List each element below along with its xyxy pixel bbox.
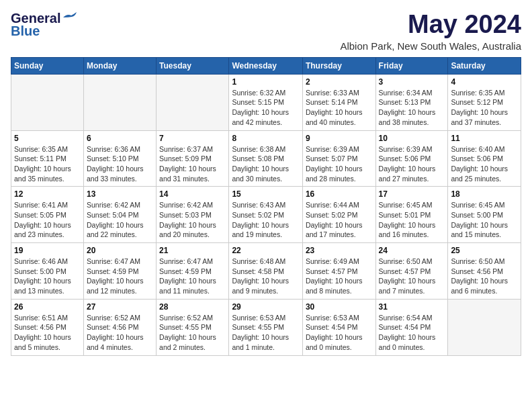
day-number: 17 xyxy=(379,189,445,199)
day-cell: 31Sunrise: 6:54 AM Sunset: 4:54 PM Dayli… xyxy=(375,299,448,355)
day-info: Sunrise: 6:45 AM Sunset: 5:00 PM Dayligh… xyxy=(451,200,518,240)
col-header-monday: Monday xyxy=(83,57,156,74)
page-header: General Blue May 2024 Albion Park, New S… xyxy=(11,11,521,52)
day-info: Sunrise: 6:39 AM Sunset: 5:06 PM Dayligh… xyxy=(379,144,445,184)
day-cell: 19Sunrise: 6:46 AM Sunset: 5:00 PM Dayli… xyxy=(11,243,84,300)
day-cell xyxy=(83,74,156,130)
day-number: 20 xyxy=(87,246,153,255)
day-cell: 25Sunrise: 6:50 AM Sunset: 4:56 PM Dayli… xyxy=(448,243,521,300)
day-cell: 28Sunrise: 6:52 AM Sunset: 4:55 PM Dayli… xyxy=(157,299,229,355)
week-row-1: 1Sunrise: 6:32 AM Sunset: 5:15 PM Daylig… xyxy=(11,74,521,130)
day-number: 10 xyxy=(379,134,445,143)
col-header-saturday: Saturday xyxy=(448,57,521,74)
day-number: 5 xyxy=(14,134,81,143)
day-cell: 8Sunrise: 6:38 AM Sunset: 5:08 PM Daylig… xyxy=(229,130,303,187)
logo-bird-icon xyxy=(62,12,77,23)
day-cell: 5Sunrise: 6:35 AM Sunset: 5:11 PM Daylig… xyxy=(11,130,84,187)
calendar-table: SundayMondayTuesdayWednesdayThursdayFrid… xyxy=(11,57,521,356)
week-row-4: 19Sunrise: 6:46 AM Sunset: 5:00 PM Dayli… xyxy=(11,243,521,300)
day-number: 12 xyxy=(14,189,81,199)
day-info: Sunrise: 6:46 AM Sunset: 5:00 PM Dayligh… xyxy=(14,257,81,296)
day-number: 29 xyxy=(232,302,300,312)
day-info: Sunrise: 6:43 AM Sunset: 5:02 PM Dayligh… xyxy=(232,200,300,240)
week-row-2: 5Sunrise: 6:35 AM Sunset: 5:11 PM Daylig… xyxy=(11,130,521,187)
day-cell: 1Sunrise: 6:32 AM Sunset: 5:15 PM Daylig… xyxy=(229,74,303,130)
day-number: 30 xyxy=(306,302,373,312)
day-info: Sunrise: 6:51 AM Sunset: 4:56 PM Dayligh… xyxy=(14,313,81,353)
day-info: Sunrise: 6:37 AM Sunset: 5:09 PM Dayligh… xyxy=(159,144,226,184)
day-info: Sunrise: 6:53 AM Sunset: 4:54 PM Dayligh… xyxy=(306,313,373,353)
header-row: SundayMondayTuesdayWednesdayThursdayFrid… xyxy=(11,57,521,74)
day-number: 22 xyxy=(232,246,300,255)
day-cell: 20Sunrise: 6:47 AM Sunset: 4:59 PM Dayli… xyxy=(83,243,156,300)
logo: General Blue xyxy=(11,11,77,39)
day-info: Sunrise: 6:47 AM Sunset: 4:59 PM Dayligh… xyxy=(159,257,226,296)
day-info: Sunrise: 6:41 AM Sunset: 5:05 PM Dayligh… xyxy=(14,200,81,240)
day-cell: 30Sunrise: 6:53 AM Sunset: 4:54 PM Dayli… xyxy=(302,299,375,355)
day-info: Sunrise: 6:36 AM Sunset: 5:10 PM Dayligh… xyxy=(87,144,153,184)
col-header-wednesday: Wednesday xyxy=(229,57,303,74)
week-row-3: 12Sunrise: 6:41 AM Sunset: 5:05 PM Dayli… xyxy=(11,187,521,243)
col-header-tuesday: Tuesday xyxy=(157,57,229,74)
day-number: 11 xyxy=(451,134,518,143)
day-info: Sunrise: 6:54 AM Sunset: 4:54 PM Dayligh… xyxy=(379,313,445,353)
col-header-thursday: Thursday xyxy=(302,57,375,74)
day-info: Sunrise: 6:53 AM Sunset: 4:55 PM Dayligh… xyxy=(232,313,300,353)
day-number: 3 xyxy=(379,77,445,87)
day-info: Sunrise: 6:48 AM Sunset: 4:58 PM Dayligh… xyxy=(232,257,300,296)
day-info: Sunrise: 6:40 AM Sunset: 5:06 PM Dayligh… xyxy=(451,144,518,184)
day-cell: 12Sunrise: 6:41 AM Sunset: 5:05 PM Dayli… xyxy=(11,187,84,243)
day-cell: 17Sunrise: 6:45 AM Sunset: 5:01 PM Dayli… xyxy=(375,187,448,243)
day-number: 15 xyxy=(232,189,300,199)
day-info: Sunrise: 6:52 AM Sunset: 4:56 PM Dayligh… xyxy=(87,313,153,353)
day-cell: 27Sunrise: 6:52 AM Sunset: 4:56 PM Dayli… xyxy=(83,299,156,355)
day-number: 1 xyxy=(232,77,300,87)
day-info: Sunrise: 6:38 AM Sunset: 5:08 PM Dayligh… xyxy=(232,144,300,184)
day-cell: 13Sunrise: 6:42 AM Sunset: 5:04 PM Dayli… xyxy=(83,187,156,243)
location-text: Albion Park, New South Wales, Australia xyxy=(340,40,521,52)
day-number: 21 xyxy=(159,246,226,255)
day-cell: 18Sunrise: 6:45 AM Sunset: 5:00 PM Dayli… xyxy=(448,187,521,243)
day-cell: 29Sunrise: 6:53 AM Sunset: 4:55 PM Dayli… xyxy=(229,299,303,355)
day-info: Sunrise: 6:45 AM Sunset: 5:01 PM Dayligh… xyxy=(379,200,445,240)
day-number: 25 xyxy=(451,246,518,255)
title-area: May 2024 Albion Park, New South Wales, A… xyxy=(340,11,521,52)
day-cell: 3Sunrise: 6:34 AM Sunset: 5:13 PM Daylig… xyxy=(375,74,448,130)
day-cell: 11Sunrise: 6:40 AM Sunset: 5:06 PM Dayli… xyxy=(448,130,521,187)
day-number: 16 xyxy=(306,189,373,199)
day-info: Sunrise: 6:50 AM Sunset: 4:57 PM Dayligh… xyxy=(379,257,445,296)
day-cell xyxy=(157,74,229,130)
day-number: 19 xyxy=(14,246,81,255)
col-header-sunday: Sunday xyxy=(11,57,84,74)
week-row-5: 26Sunrise: 6:51 AM Sunset: 4:56 PM Dayli… xyxy=(11,299,521,355)
day-info: Sunrise: 6:42 AM Sunset: 5:03 PM Dayligh… xyxy=(159,200,226,240)
day-number: 4 xyxy=(451,77,518,87)
day-cell: 10Sunrise: 6:39 AM Sunset: 5:06 PM Dayli… xyxy=(375,130,448,187)
day-info: Sunrise: 6:35 AM Sunset: 5:12 PM Dayligh… xyxy=(451,88,518,128)
day-number: 9 xyxy=(306,134,373,143)
day-cell: 6Sunrise: 6:36 AM Sunset: 5:10 PM Daylig… xyxy=(83,130,156,187)
day-number: 7 xyxy=(159,134,226,143)
day-info: Sunrise: 6:52 AM Sunset: 4:55 PM Dayligh… xyxy=(159,313,226,353)
day-cell: 4Sunrise: 6:35 AM Sunset: 5:12 PM Daylig… xyxy=(448,74,521,130)
day-info: Sunrise: 6:44 AM Sunset: 5:02 PM Dayligh… xyxy=(306,200,373,240)
day-cell: 21Sunrise: 6:47 AM Sunset: 4:59 PM Dayli… xyxy=(157,243,229,300)
day-number: 6 xyxy=(87,134,153,143)
day-cell: 22Sunrise: 6:48 AM Sunset: 4:58 PM Dayli… xyxy=(229,243,303,300)
day-info: Sunrise: 6:49 AM Sunset: 4:57 PM Dayligh… xyxy=(306,257,373,296)
day-number: 28 xyxy=(159,302,226,312)
day-number: 14 xyxy=(159,189,226,199)
logo-blue-text: Blue xyxy=(11,24,40,39)
day-number: 18 xyxy=(451,189,518,199)
day-cell: 24Sunrise: 6:50 AM Sunset: 4:57 PM Dayli… xyxy=(375,243,448,300)
day-number: 13 xyxy=(87,189,153,199)
day-cell: 7Sunrise: 6:37 AM Sunset: 5:09 PM Daylig… xyxy=(157,130,229,187)
day-info: Sunrise: 6:47 AM Sunset: 4:59 PM Dayligh… xyxy=(87,257,153,296)
day-number: 26 xyxy=(14,302,81,312)
day-cell: 15Sunrise: 6:43 AM Sunset: 5:02 PM Dayli… xyxy=(229,187,303,243)
day-info: Sunrise: 6:34 AM Sunset: 5:13 PM Dayligh… xyxy=(379,88,445,128)
day-number: 8 xyxy=(232,134,300,143)
day-cell xyxy=(11,74,84,130)
day-cell xyxy=(448,299,521,355)
day-cell: 2Sunrise: 6:33 AM Sunset: 5:14 PM Daylig… xyxy=(302,74,375,130)
